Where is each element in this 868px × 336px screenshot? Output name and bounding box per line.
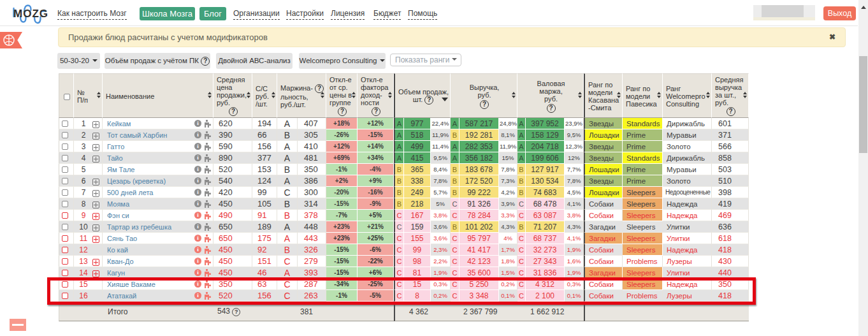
svg-text:MOZG: MOZG: [13, 8, 48, 20]
